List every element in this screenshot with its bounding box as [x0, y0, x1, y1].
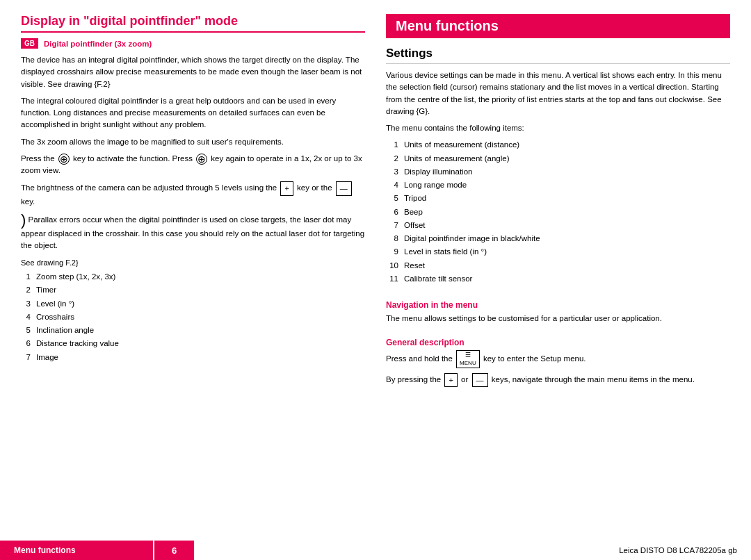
list-text: Crosshairs	[36, 311, 74, 323]
plus-key: +	[280, 181, 293, 196]
right-list-item: 6Beep	[386, 206, 730, 218]
general-text-1b: key to enter the Setup menu.	[483, 354, 586, 363]
page: Display in "digital pointfinder" mode GB…	[0, 0, 751, 560]
gb-badge: GB	[21, 38, 38, 49]
nav-section-heading: Navigation in the menu	[386, 300, 730, 310]
right-list-text: Display illumination	[404, 166, 472, 178]
right-list-item: 4Long range mode	[386, 179, 730, 191]
list-item: 7Image	[21, 352, 365, 363]
right-list-num: 11	[386, 273, 398, 285]
left-para-2: The integral coloured digital pointfinde…	[21, 95, 365, 131]
footer-right-label: Leica DISTO D8 LCA782205a gb	[605, 541, 751, 560]
list-item: 6Distance tracking value	[21, 338, 365, 349]
right-list-num: 10	[386, 260, 398, 272]
paren-icon: )	[21, 211, 26, 229]
right-list-text: Level in stats field (in °)	[404, 246, 487, 258]
parallax-text: Parallax errors occur when the digital p…	[21, 215, 364, 249]
list-num: 4	[21, 311, 31, 323]
footer-page-number: 6	[154, 541, 194, 560]
right-list-num: 5	[386, 192, 398, 204]
list-text: Timer	[36, 284, 56, 296]
right-list-num: 4	[386, 179, 398, 191]
footer: Menu functions 6 Leica DISTO D8 LCA78220…	[0, 541, 751, 560]
menu-contains: The menu contains the following items:	[386, 122, 730, 134]
right-list-num: 9	[386, 246, 398, 258]
brightness-text-2: key or the	[297, 184, 332, 192]
right-list-num: 6	[386, 206, 398, 218]
list-text: Image	[36, 352, 58, 363]
nav-para: The menu allows settings to be customise…	[386, 313, 730, 324]
list-text: Zoom step (1x, 2x, 3x)	[36, 271, 115, 283]
right-list-text: Digital pointfinder image in black/white	[404, 233, 540, 245]
right-list-text: Tripod	[404, 192, 426, 204]
right-list-item: 8Digital pointfinder image in black/whit…	[386, 233, 730, 245]
menu-key-label: MENU	[460, 360, 476, 366]
left-subtitle: Digital pointfinder (3x zoom)	[44, 40, 152, 48]
right-list-text: Long range mode	[404, 179, 467, 191]
gb-badge-row: GB Digital pointfinder (3x zoom)	[21, 38, 365, 49]
list-num: 6	[21, 338, 31, 349]
right-list-text: Beep	[404, 206, 423, 218]
list-text: Distance tracking value	[36, 338, 119, 349]
general-text-2b: or	[461, 375, 468, 384]
list-item: 5Inclination angle	[21, 324, 365, 336]
right-list-num: 1	[386, 139, 398, 151]
right-list-item: 9Level in stats field (in °)	[386, 246, 730, 258]
list-num: 5	[21, 324, 31, 336]
list-num: 3	[21, 298, 31, 310]
right-list-text: Units of measurement (distance)	[404, 139, 519, 151]
right-list-item: 10Reset	[386, 260, 730, 272]
list-num: 2	[21, 284, 31, 296]
right-list-num: 7	[386, 220, 398, 231]
press-text-2: key to activate the function. Press	[73, 154, 193, 163]
general-section-heading: General description	[386, 338, 730, 347]
plus-key-2: +	[444, 373, 457, 388]
minus-key: —	[336, 181, 352, 196]
right-list-item: 2Units of measurement (angle)	[386, 153, 730, 165]
see-drawing: See drawing F.2}	[21, 257, 365, 269]
right-list-num: 2	[386, 153, 398, 165]
left-title: Display in "digital pointfinder" mode	[21, 14, 365, 33]
brightness-text-3: key.	[21, 197, 35, 206]
list-num: 7	[21, 352, 31, 363]
list-item: 3Level (in °)	[21, 298, 365, 310]
right-list-item: 3Display illumination	[386, 166, 730, 178]
minus-key-2: —	[472, 373, 488, 388]
crosshair-icon-1	[58, 154, 70, 165]
list-item: 2Timer	[21, 284, 365, 296]
crosshair-icon-2	[196, 154, 207, 165]
right-list-text: Calibrate tilt sensor	[404, 273, 472, 285]
list-text: Inclination angle	[36, 324, 94, 336]
content-area: Display in "digital pointfinder" mode GB…	[0, 0, 751, 541]
general-text-1: Press and hold the	[386, 354, 453, 363]
brightness-text-1: The brightness of the camera can be adju…	[21, 184, 277, 192]
brightness-para: The brightness of the camera can be adju…	[21, 181, 365, 208]
right-list-text: Reset	[404, 260, 425, 272]
right-list-item: 5Tripod	[386, 192, 730, 204]
parallax-para: ) Parallax errors occur when the digital…	[21, 213, 365, 252]
right-list-item: 11Calibrate tilt sensor	[386, 273, 730, 285]
right-list-num: 8	[386, 233, 398, 245]
left-para-1: The device has an integral digital point…	[21, 54, 365, 90]
list-text: Level (in °)	[36, 298, 74, 310]
left-column: Display in "digital pointfinder" mode GB…	[21, 14, 365, 534]
right-list-text: Offset	[404, 220, 425, 231]
list-num: 1	[21, 271, 31, 283]
list-item: 1Zoom step (1x, 2x, 3x)	[21, 271, 365, 283]
general-para-1: Press and hold the ☰MENU key to enter th…	[386, 350, 730, 368]
general-para-2: By pressing the + or — keys, navigate th…	[386, 373, 730, 388]
right-list-text: Units of measurement (angle)	[404, 153, 509, 165]
right-list-num: 3	[386, 166, 398, 178]
general-text-2a: By pressing the	[386, 375, 441, 384]
left-numbered-list: 1Zoom step (1x, 2x, 3x)2Timer3Level (in …	[21, 271, 365, 365]
press-key-para: Press the key to activate the function. …	[21, 153, 365, 177]
list-item: 4Crosshairs	[21, 311, 365, 323]
right-list-item: 1Units of measurement (distance)	[386, 139, 730, 151]
right-menu-list: 1Units of measurement (distance)2Units o…	[386, 139, 730, 286]
left-para-3: The 3x zoom allows the image to be magni…	[21, 136, 365, 148]
right-column: Menu functions Settings Various device s…	[386, 14, 730, 534]
right-list-item: 7Offset	[386, 220, 730, 231]
general-text-2c: keys, navigate through the main menu ite…	[492, 375, 695, 384]
right-header: Menu functions	[386, 14, 730, 38]
press-text-1: Press the	[21, 154, 55, 163]
